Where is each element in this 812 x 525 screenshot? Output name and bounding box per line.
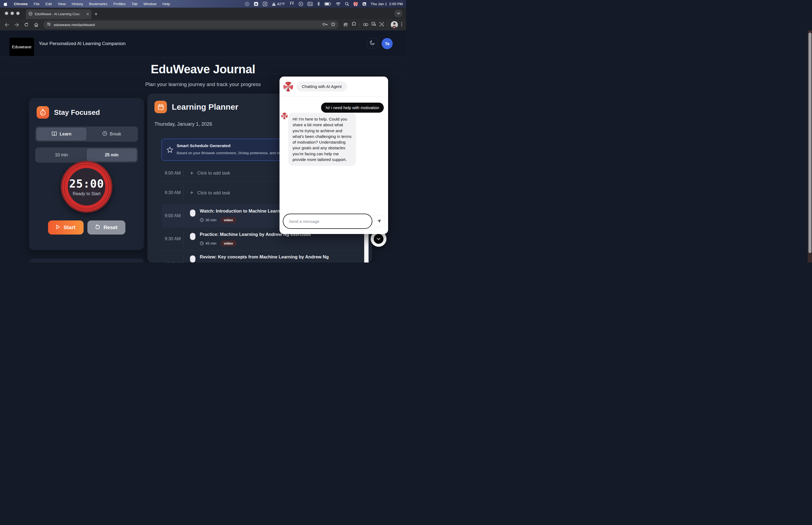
airpods-icon[interactable] xyxy=(289,2,294,6)
tab-favicon-globe-icon xyxy=(29,12,33,17)
task-checkbox[interactable] xyxy=(190,255,195,262)
play-icon xyxy=(56,225,60,231)
agent-avatar xyxy=(284,82,293,91)
tab-close-icon[interactable]: ✕ xyxy=(86,12,89,16)
time-slot-label: 8:30 AM xyxy=(162,190,183,195)
task-checkbox[interactable] xyxy=(190,210,195,216)
chat-message-agent: Hi! I'm here to help. Could you share a … xyxy=(288,112,356,166)
menu-bar-clock: Thu Jan 12:00 PM xyxy=(371,2,403,6)
close-window-button[interactable] xyxy=(5,12,8,15)
browser-toolbar: eduweave.me/dashboard f? G xyxy=(0,19,406,30)
triangle-app-icon[interactable] xyxy=(254,2,258,6)
svg-text:N: N xyxy=(264,2,266,5)
chat-message-user: hi! i need help with motivation xyxy=(321,103,384,112)
star-icon xyxy=(167,147,173,154)
menu-item-view[interactable]: View xyxy=(58,2,66,6)
translate-icon[interactable]: G xyxy=(371,22,376,28)
minimize-window-button[interactable] xyxy=(11,12,14,15)
chat-header-label: Chatting with AI Agent xyxy=(296,81,347,91)
bookmark-star-icon[interactable] xyxy=(331,22,335,27)
password-key-icon[interactable] xyxy=(322,22,327,27)
battery-icon[interactable] xyxy=(324,2,331,6)
address-bar[interactable]: eduweave.me/dashboard xyxy=(43,21,339,29)
site-header: Eduweave Your Personalized AI Learning C… xyxy=(0,30,406,57)
menu-item-help[interactable]: Help xyxy=(162,2,170,6)
chat-widget-edge xyxy=(364,232,369,262)
menu-item-file[interactable]: File xyxy=(34,2,40,6)
svg-text:G: G xyxy=(372,22,374,25)
ai-chat-widget: Chatting with AI Agent hi! i need help w… xyxy=(279,77,388,234)
plus-icon: + xyxy=(190,170,194,176)
spotlight-search-icon[interactable] xyxy=(345,2,349,6)
task-checkbox[interactable] xyxy=(190,233,195,240)
extensions-puzzle-icon[interactable] xyxy=(351,22,356,28)
menu-item-history[interactable]: History xyxy=(72,2,83,6)
task-title: Review: Key concepts from Machine Learni… xyxy=(200,254,329,259)
new-tab-button[interactable]: + xyxy=(94,11,98,17)
back-button[interactable] xyxy=(3,21,11,29)
duration-25min[interactable]: 25 min xyxy=(87,149,137,162)
menu-item-window[interactable]: Window xyxy=(143,2,156,6)
duration-10min[interactable]: 10 min xyxy=(36,149,87,162)
menu-item-tab[interactable]: Tab xyxy=(132,2,138,6)
planner-date: Thursday, January 1, 2026 xyxy=(154,121,212,127)
menu-item-bookmarks[interactable]: Bookmarks xyxy=(89,2,107,6)
browser-tab[interactable]: EduWeave - AI Learning Coac ✕ xyxy=(26,9,91,19)
color-wheel-icon[interactable] xyxy=(353,2,358,6)
chat-message-input[interactable] xyxy=(283,214,372,229)
start-button[interactable]: Start xyxy=(48,221,83,235)
forward-button[interactable] xyxy=(13,21,21,29)
menu-item-profiles[interactable]: Profiles xyxy=(113,2,126,6)
calendar-icon xyxy=(154,101,167,113)
stopwatch-icon xyxy=(37,106,49,119)
control-center-icon[interactable] xyxy=(362,2,366,6)
eduweave-logo[interactable]: Eduweave xyxy=(10,38,34,56)
send-icon xyxy=(377,218,382,225)
dark-mode-toggle[interactable] xyxy=(367,38,378,48)
url-text[interactable]: eduweave.me/dashboard xyxy=(54,23,95,27)
reset-icon xyxy=(95,225,100,231)
reset-button[interactable]: Reset xyxy=(87,221,125,235)
copy-link-icon[interactable] xyxy=(363,22,368,27)
screenshot-lens-icon[interactable] xyxy=(379,22,384,28)
time-slot-label: 8:00 AM xyxy=(162,171,183,176)
tab-learn[interactable]: Learn xyxy=(36,127,87,140)
now-playing-icon[interactable] xyxy=(298,2,303,6)
tab-search-button[interactable] xyxy=(395,10,402,17)
svg-text:⌘: ⌘ xyxy=(310,3,312,5)
browser-tab-strip: EduWeave - AI Learning Coac ✕ + xyxy=(0,7,406,19)
page-title: EduWeave Journal xyxy=(0,62,406,76)
task-type-badge: video xyxy=(220,240,237,246)
bluetooth-icon[interactable] xyxy=(317,2,320,6)
menu-item-edit[interactable]: Edit xyxy=(46,2,52,6)
creative-cloud-icon[interactable] xyxy=(245,2,249,6)
clock-icon xyxy=(102,131,107,137)
window-controls[interactable] xyxy=(5,12,19,15)
wifi-icon[interactable] xyxy=(336,2,341,6)
user-avatar[interactable]: Ta xyxy=(382,38,393,49)
pomodoro-timer-ring: 25:00 Ready to Start xyxy=(61,161,112,212)
send-message-button[interactable] xyxy=(373,215,385,227)
site-settings-icon[interactable] xyxy=(47,22,51,27)
browser-menu-icon[interactable] xyxy=(401,22,402,27)
task-duration: 30 min xyxy=(200,218,217,222)
keyboard-shortcut-icon[interactable]: ⌘ xyxy=(307,2,313,6)
notion-icon[interactable]: N xyxy=(263,2,267,6)
zoom-window-button[interactable] xyxy=(16,12,19,15)
smart-banner-title: Smart Schedule Generated xyxy=(177,143,230,148)
book-icon xyxy=(51,131,57,137)
schedule-row[interactable]: 10:00 AMReview: Key concepts from Machin… xyxy=(162,250,363,262)
menu-item-chrome[interactable]: Chrome xyxy=(14,2,28,6)
home-button[interactable] xyxy=(32,21,40,29)
temperature-label: 42°F xyxy=(277,2,285,6)
browser-profile-avatar[interactable] xyxy=(391,21,398,28)
site-tagline: Your Personalized AI Learning Companion xyxy=(39,41,126,46)
font-extension-icon[interactable]: f? xyxy=(343,22,348,27)
reload-button[interactable] xyxy=(22,21,30,29)
task-duration: 45 min xyxy=(200,241,217,245)
tab-break[interactable]: Break xyxy=(87,127,137,140)
weather-warning-icon[interactable]: 42°F xyxy=(272,2,285,6)
focus-card-title: Stay Focused xyxy=(54,108,100,117)
chevron-down-icon xyxy=(377,237,381,241)
apple-logo-icon[interactable] xyxy=(4,2,8,6)
